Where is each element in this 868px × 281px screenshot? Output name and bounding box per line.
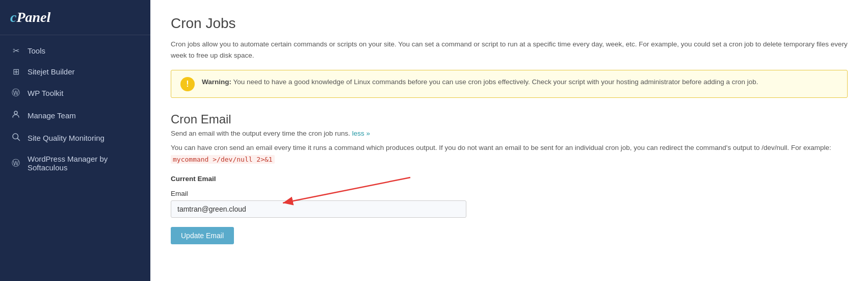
email-info-text: You can have cron send an email every ti… bbox=[171, 144, 831, 151]
sidebar-item-site-quality-monitoring[interactable]: Site Quality Monitoring bbox=[0, 126, 150, 149]
sidebar: cPanel ✂ Tools ⊞ Sitejet Builder Ⓦ WP To… bbox=[0, 0, 150, 281]
send-email-line: Send an email with the output every time… bbox=[171, 130, 848, 137]
sidebar-item-tools[interactable]: ✂ Tools bbox=[0, 40, 150, 61]
site-quality-icon bbox=[10, 132, 21, 143]
svg-line-2 bbox=[17, 138, 19, 140]
sidebar-item-label: Manage Team bbox=[28, 111, 76, 120]
wordpress-icon: Ⓦ bbox=[10, 158, 21, 169]
sidebar-item-label: WP Toolkit bbox=[28, 89, 63, 97]
sidebar-item-wordpress-manager[interactable]: Ⓦ WordPress Manager by Softaculous bbox=[0, 149, 150, 177]
update-email-button[interactable]: Update Email bbox=[171, 227, 234, 244]
code-example: mycommand >/dev/null 2>&1 bbox=[171, 155, 275, 164]
sitejet-icon: ⊞ bbox=[10, 67, 21, 76]
sidebar-item-label: Site Quality Monitoring bbox=[28, 134, 104, 142]
email-input[interactable] bbox=[171, 200, 466, 218]
svg-point-0 bbox=[14, 111, 17, 114]
sidebar-item-label: Sitejet Builder bbox=[28, 67, 75, 76]
logo: cPanel bbox=[0, 0, 150, 35]
sidebar-nav: ✂ Tools ⊞ Sitejet Builder Ⓦ WP Toolkit M… bbox=[0, 35, 150, 177]
sidebar-item-manage-team[interactable]: Manage Team bbox=[0, 104, 150, 126]
email-info: You can have cron send an email every ti… bbox=[171, 142, 848, 166]
warning-box: ! Warning: You need to have a good knowl… bbox=[171, 70, 848, 98]
warning-bold: Warning: bbox=[202, 78, 231, 86]
warning-message: You need to have a good knowledge of Lin… bbox=[233, 78, 758, 86]
email-field-label: Email bbox=[171, 190, 848, 197]
sidebar-item-wp-toolkit[interactable]: Ⓦ WP Toolkit bbox=[0, 82, 150, 104]
tools-icon: ✂ bbox=[10, 46, 21, 56]
less-link[interactable]: less » bbox=[352, 130, 370, 137]
sidebar-item-label: WordPress Manager by Softaculous bbox=[28, 155, 140, 172]
cron-email-title: Cron Email bbox=[171, 112, 848, 126]
manage-team-icon bbox=[10, 110, 21, 121]
page-title: Cron Jobs bbox=[171, 15, 848, 32]
warning-text: Warning: You need to have a good knowled… bbox=[202, 76, 758, 88]
wp-toolkit-icon: Ⓦ bbox=[10, 88, 21, 98]
warning-icon: ! bbox=[180, 77, 195, 91]
sidebar-item-label: Tools bbox=[28, 46, 45, 55]
current-email-label: Current Email bbox=[171, 175, 848, 183]
send-email-text: Send an email with the output every time… bbox=[171, 130, 350, 137]
page-description: Cron jobs allow you to automate certain … bbox=[171, 39, 848, 61]
cpanel-logo: cPanel bbox=[10, 9, 50, 25]
main-content: Cron Jobs Cron jobs allow you to automat… bbox=[150, 0, 868, 281]
sidebar-item-sitejet-builder[interactable]: ⊞ Sitejet Builder bbox=[0, 61, 150, 82]
email-input-wrapper bbox=[171, 200, 466, 218]
